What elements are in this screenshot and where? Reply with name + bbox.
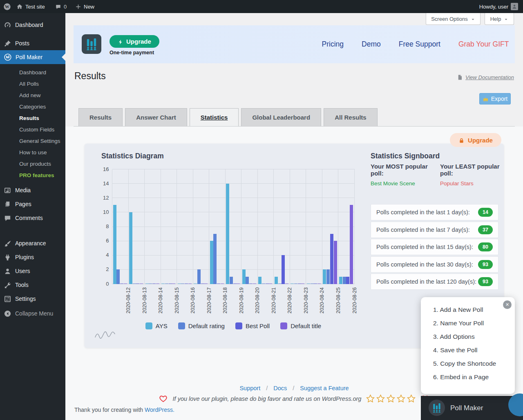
sidebar-subitem-how-to-use[interactable]: How to use	[0, 147, 65, 158]
star-icon[interactable]	[387, 394, 395, 403]
bar-ays-2020-08-22	[275, 277, 278, 284]
x-axis-tick-label: 2020-08-19	[239, 287, 244, 324]
lock-icon	[458, 136, 465, 144]
star-icon[interactable]	[407, 394, 416, 403]
bar-default-title-2020-08-22	[285, 283, 288, 284]
footer-link-docs[interactable]: Docs	[273, 385, 287, 391]
star-icon[interactable]	[376, 394, 385, 403]
sidebar-item-posts[interactable]: Posts	[0, 36, 65, 50]
bar-ays-2020-08-20	[242, 269, 246, 284]
footer-link-suggest-a-feature[interactable]: Suggest a Feature	[300, 385, 349, 391]
sidebar-subitem-add-new[interactable]: Add new	[0, 90, 65, 101]
home-icon	[16, 3, 23, 10]
polls-completed-badge: 37	[478, 225, 493, 234]
sidebar-subitem-results[interactable]: Results	[0, 113, 65, 124]
tab-global-leaderboard[interactable]: Global Leaderboard	[241, 108, 321, 126]
star-icon[interactable]	[366, 394, 375, 403]
rate-us-text: If you love our plugin, please do big fa…	[173, 396, 362, 402]
account-menu[interactable]: Howdy, user	[479, 0, 508, 13]
bar-ays-2020-08-25	[323, 269, 326, 284]
sidebar-item-comments[interactable]: Comments	[0, 211, 65, 225]
bar-best-poll-2020-08-23	[298, 283, 301, 284]
page-title: Results	[74, 71, 106, 82]
help-button[interactable]: Help	[485, 13, 514, 25]
tab-results[interactable]: Results	[78, 108, 123, 126]
statistics-upgrade-pill[interactable]: Upgrade	[450, 133, 501, 147]
nav-link-free-support[interactable]: Free Support	[399, 40, 440, 49]
legend-label: Best Poll	[246, 322, 270, 329]
bar-default-title-2020-08-18	[221, 283, 224, 284]
star-icon[interactable]	[397, 394, 405, 403]
sidebar-item-settings[interactable]: Settings	[0, 292, 65, 306]
sidebar-item-label: Users	[15, 268, 30, 274]
nav-link-grab-your-gift[interactable]: Grab Your GIFT	[458, 40, 509, 49]
sidebar-subitem-general-settings[interactable]: General Settings	[0, 136, 65, 147]
tab-all-results[interactable]: All Results	[324, 108, 378, 126]
sidebar-item-media[interactable]: Media	[0, 183, 65, 197]
gridline-h	[112, 255, 355, 256]
active-item-arrow	[62, 53, 65, 61]
bar-default-rating-2020-08-25	[326, 269, 330, 284]
nav-link-demo[interactable]: Demo	[362, 40, 381, 49]
screen-options-button[interactable]: Screen Options	[426, 13, 481, 25]
legend-item-default-title[interactable]: Default title	[280, 322, 321, 329]
pages-icon	[4, 200, 11, 208]
sidebar-item-users[interactable]: Users	[0, 264, 65, 278]
view-documentation-link[interactable]: View Documentation	[457, 74, 514, 80]
footer-link-support[interactable]: Support	[239, 385, 260, 391]
gridline-v	[306, 169, 306, 284]
sidebar-subitem-dashboard[interactable]: Dashboard	[0, 67, 65, 78]
collapse-menu-button[interactable]: Collapse Menu	[0, 307, 65, 320]
settings-icon	[4, 295, 11, 303]
tab-answer-chart[interactable]: Answer Chart	[125, 108, 187, 126]
sidebar-item-poll-maker[interactable]: Poll Maker	[0, 50, 65, 64]
sidebar-item-label: Tools	[15, 282, 29, 288]
sidebar-subitem-our-products[interactable]: Our products	[0, 159, 65, 169]
gridline-h	[112, 169, 355, 169]
bar-ays-2020-08-19	[226, 184, 229, 284]
results-tabs: ResultsAnswer ChartStatisticsGlobal Lead…	[78, 108, 378, 126]
legend-item-best-poll[interactable]: Best Poll	[235, 322, 270, 329]
bar-default-title-2020-08-14	[156, 283, 159, 284]
new-content-menu[interactable]: New	[75, 0, 94, 13]
close-icon[interactable]: ✕	[503, 300, 512, 309]
site-name-link[interactable]: Test site	[16, 0, 45, 13]
wordpress-link[interactable]: WordPress.	[145, 407, 174, 413]
bar-default-rating-2020-08-23	[294, 283, 297, 284]
sidebar-item-label: Collapse Menu	[15, 310, 53, 317]
plug-icon	[4, 253, 11, 261]
bar-best-poll-2020-08-19	[233, 283, 237, 284]
bar-best-poll-2020-08-12	[120, 283, 123, 284]
sidebar-item-tools[interactable]: Tools	[0, 278, 65, 292]
legend-item-default-rating[interactable]: Default rating	[178, 322, 225, 329]
upgrade-button[interactable]: Upgrade	[110, 35, 159, 48]
quick-step-item: 3. Add Options	[433, 333, 475, 340]
sidebar-subitem-categories[interactable]: Categories	[0, 102, 65, 112]
x-axis-tick-label: 2020-08-24	[319, 287, 325, 324]
tab-statistics[interactable]: Statistics	[190, 108, 239, 126]
sidebar-item-pages[interactable]: Pages	[0, 197, 65, 211]
x-axis-tick-label: 2020-08-26	[352, 287, 358, 324]
sidebar-subitem-all-polls[interactable]: All Polls	[0, 79, 65, 89]
sidebar-subitem-pro-features[interactable]: PRO features	[0, 170, 65, 181]
y-axis-tick-label: 6	[95, 238, 109, 244]
sidebar-item-appearance[interactable]: Appearance	[0, 236, 65, 250]
bar-ays-2020-08-15	[161, 283, 165, 284]
sidebar-item-dashboard[interactable]: Dashboard	[0, 18, 65, 32]
legend-item-ays[interactable]: AYS	[145, 322, 168, 329]
y-axis-tick-label: 4	[95, 252, 109, 258]
sidebar-item-plugins[interactable]: Plugins	[0, 250, 65, 264]
export-button[interactable]: Export	[479, 93, 511, 104]
heart-icon	[159, 394, 168, 403]
gridline-v	[257, 169, 258, 284]
polls-completed-row: Polls completed in the last 30 day(s):93	[371, 256, 498, 273]
nav-link-pricing[interactable]: Pricing	[322, 40, 344, 49]
sidebar-subitem-custom-fields[interactable]: Custom Fields	[0, 124, 65, 135]
user-avatar[interactable]	[511, 0, 518, 13]
bar-ays-2020-08-14	[145, 283, 149, 284]
comments-shortcut[interactable]: 0	[55, 0, 67, 13]
bar-ays-2020-08-16	[178, 283, 181, 284]
bar-default-rating-2020-08-18	[213, 234, 217, 284]
wordpress-menu[interactable]: W	[3, 0, 11, 13]
x-axis-tick-label: 2020-08-13	[142, 287, 148, 324]
